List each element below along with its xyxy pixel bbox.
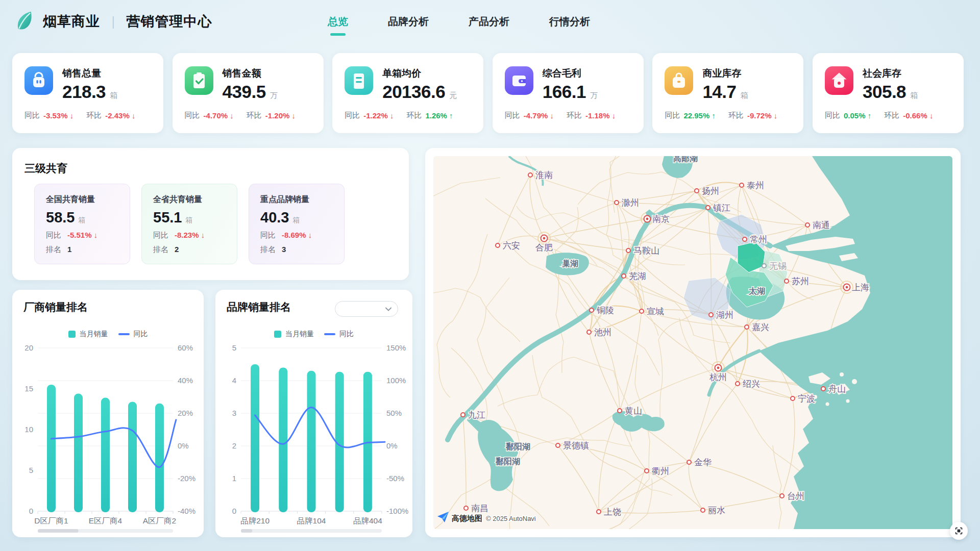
- map-fullscreen-button[interactable]: [950, 522, 968, 540]
- svg-text:常州: 常州: [750, 235, 767, 244]
- kpi-card-单箱均价: 单箱均价20136.6元同比-1.22% ↓环比1.26% ↑: [332, 53, 483, 133]
- tab-行情分析[interactable]: 行情分析: [548, 10, 591, 34]
- tab-产品分析[interactable]: 产品分析: [468, 10, 510, 34]
- yoy-label: 同比: [825, 111, 840, 120]
- kpi-card-销售总量: 销售总量218.3箱同比-3.53% ↓环比-2.43% ↓: [12, 53, 163, 133]
- svg-text:-50%: -50%: [386, 474, 404, 483]
- yoy-value: -3.53% ↓: [43, 111, 74, 120]
- svg-text:20%: 20%: [178, 409, 193, 417]
- sanji-value: 55.1: [153, 209, 182, 226]
- line-swatch-icon: [324, 333, 335, 335]
- svg-text:-20%: -20%: [178, 474, 195, 483]
- svg-text:池州: 池州: [594, 328, 611, 337]
- map-canvas[interactable]: 高邮湖巢湖太湖鄱阳湖鄱阳湖淮南滁州扬州泰州镇江南京南通六安合肥马鞍山常州无锡芜湖…: [433, 156, 952, 529]
- sanji-card-全省共育销量: 全省共育销量55.1箱同比-8.23% ↓排名2: [141, 184, 237, 264]
- svg-text:巢湖: 巢湖: [561, 259, 578, 268]
- doc-lines-icon: [345, 66, 373, 95]
- svg-text:台州: 台州: [787, 491, 804, 501]
- map-city-上海: 上海: [844, 283, 870, 292]
- kpi-unit: 箱: [110, 91, 117, 101]
- svg-text:金华: 金华: [694, 458, 712, 467]
- rank-label: 排名: [46, 245, 61, 255]
- kpi-unit: 万: [590, 91, 598, 101]
- yoy-label: 同比: [185, 111, 200, 120]
- svg-text:淮南: 淮南: [535, 170, 553, 180]
- svg-text:泰州: 泰州: [747, 181, 764, 190]
- fullscreen-icon: [954, 527, 963, 535]
- svg-text:0: 0: [232, 507, 236, 515]
- datazoom-scrollbar[interactable]: [241, 529, 382, 533]
- bar-swatch-icon: [68, 331, 76, 338]
- svg-text:4: 4: [232, 376, 236, 385]
- wallet-icon: [505, 66, 533, 95]
- svg-text:衢州: 衢州: [651, 466, 669, 476]
- svg-text:15: 15: [24, 384, 33, 393]
- rank-value: 1: [67, 245, 71, 255]
- svg-text:六安: 六安: [503, 241, 520, 251]
- svg-text:品牌104: 品牌104: [297, 516, 326, 525]
- legend-item-bar[interactable]: 当月销量: [274, 330, 314, 339]
- sanji-cards: 全国共育销量58.5箱同比-5.51% ↓排名1全省共育销量55.1箱同比-8.…: [34, 184, 345, 264]
- svg-text:-40%: -40%: [178, 507, 195, 515]
- mom-label: 环比: [567, 111, 582, 120]
- svg-text:A区厂商2: A区厂商2: [143, 516, 176, 525]
- mom-label: 环比: [86, 111, 102, 120]
- legend-item-line[interactable]: 同比: [324, 330, 354, 339]
- svg-text:芜湖: 芜湖: [629, 271, 646, 281]
- yoy-value: -8.69% ↓: [282, 231, 312, 240]
- svg-text:鄱阳湖: 鄱阳湖: [495, 457, 520, 466]
- yoy-value: -4.79% ↓: [524, 111, 554, 120]
- yoy-label: 同比: [24, 111, 40, 120]
- svg-text:无锡: 无锡: [769, 261, 787, 271]
- svg-text:0%: 0%: [386, 441, 398, 450]
- brand-filter-select[interactable]: [335, 301, 398, 317]
- svg-text:扬州: 扬州: [702, 186, 719, 196]
- svg-text:60%: 60%: [178, 343, 193, 352]
- sanji-unit: 箱: [185, 216, 192, 225]
- sanji-label: 重点品牌销量: [260, 194, 333, 205]
- chevron-down-icon: [385, 307, 391, 311]
- autonavi-map: 高邮湖巢湖太湖鄱阳湖鄱阳湖淮南滁州扬州泰州镇江南京南通六安合肥马鞍山常州无锡芜湖…: [433, 156, 952, 529]
- sanji-label: 全省共育销量: [153, 194, 226, 205]
- svg-text:1: 1: [232, 474, 236, 483]
- kpi-card-社会库存: 社会库存305.8箱同比0.05% ↑环比-0.66% ↓: [813, 53, 964, 133]
- svg-text:0%: 0%: [178, 441, 189, 450]
- kpi-card-商业库存: 商业库存14.7箱同比22.95% ↑环比-9.72% ↓: [652, 53, 803, 133]
- svg-text:10: 10: [24, 425, 33, 434]
- tab-品牌分析[interactable]: 品牌分析: [387, 10, 430, 34]
- svg-text:杭州: 杭州: [709, 372, 727, 382]
- yoy-value: 22.95% ↑: [683, 111, 716, 120]
- kpi-unit: 箱: [741, 91, 748, 101]
- map-card: 高邮湖巢湖太湖鄱阳湖鄱阳湖淮南滁州扬州泰州镇江南京南通六安合肥马鞍山常州无锡芜湖…: [425, 148, 961, 537]
- manufacturer-ranking-chart-card: 厂商销量排名 当月销量同比 05101520-40%-20%0%20%40%60…: [12, 290, 204, 537]
- legend-item-line[interactable]: 同比: [118, 330, 148, 339]
- kpi-title: 销售总量: [62, 67, 117, 80]
- rank-label: 排名: [260, 245, 276, 255]
- map-city-南京: 南京: [644, 214, 670, 224]
- rank-value: 2: [175, 245, 179, 255]
- svg-text:舟山: 舟山: [828, 384, 846, 394]
- yoy-label: 同比: [260, 231, 276, 240]
- tab-总览[interactable]: 总览: [327, 10, 349, 34]
- svg-text:绍兴: 绍兴: [743, 379, 760, 389]
- leaf-logo-icon: [13, 10, 37, 33]
- bar-swatch-icon: [274, 331, 281, 338]
- home-icon: [825, 66, 853, 95]
- brand-name: 烟草商业: [43, 12, 100, 31]
- mom-label: 环比: [247, 111, 262, 120]
- mom-value: -0.66% ↓: [903, 111, 933, 120]
- app-title: 烟草商业 ｜ 营销管理中心: [43, 0, 212, 43]
- svg-text:高德地图: 高德地图: [452, 514, 482, 522]
- kpi-unit: 万: [270, 91, 278, 101]
- datazoom-scrollbar[interactable]: [38, 529, 173, 533]
- svg-text:5: 5: [232, 343, 236, 352]
- mom-value: -9.72% ↓: [747, 111, 777, 120]
- mom-label: 环比: [884, 111, 899, 120]
- svg-text:D区厂商1: D区厂商1: [34, 516, 68, 525]
- legend-item-bar[interactable]: 当月销量: [68, 330, 108, 339]
- kpi-value: 14.7: [702, 82, 736, 102]
- yoy-label: 同比: [505, 111, 520, 120]
- svg-text:100%: 100%: [386, 376, 406, 385]
- svg-text:铜陵: 铜陵: [596, 306, 614, 315]
- bag-icon: [24, 66, 53, 95]
